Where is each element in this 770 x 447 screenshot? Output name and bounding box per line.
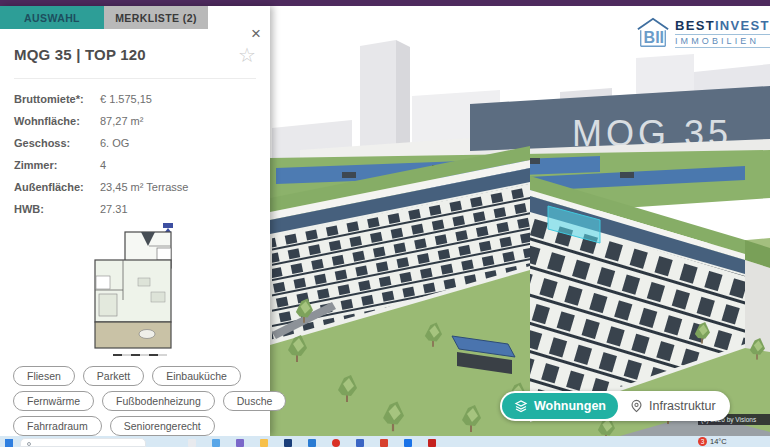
tag-fussbodenheizung[interactable]: Fußbodenheizung — [102, 391, 215, 411]
taskbar-search-input[interactable] — [20, 438, 146, 447]
tab-auswahl[interactable]: AUSWAHL — [0, 6, 104, 29]
detail-row: Bruttomiete*:€ 1.575,15 — [14, 93, 260, 106]
favorite-star-icon[interactable]: ☆ — [238, 46, 256, 64]
tag-seniorengerecht[interactable]: Seniorengerecht — [110, 416, 215, 436]
unit-detail-panel: AUSWAHL MERKLISTE (2) × MQG 35 | TOP 120… — [0, 6, 270, 436]
taskbar-app-icon[interactable] — [332, 439, 340, 447]
layers-icon — [514, 399, 528, 413]
tag-fernwaerme[interactable]: Fernwärme — [13, 391, 94, 411]
detail-row: Zimmer:4 — [14, 159, 260, 172]
tag-einbaukueche[interactable]: Einbauküche — [152, 366, 241, 386]
unit-title: MQG 35 | TOP 120 — [14, 46, 146, 63]
infrastruktur-toggle[interactable]: Infrastruktur — [618, 393, 728, 419]
floorplan-image[interactable] — [83, 220, 197, 360]
logo-line2: IMMOBILIEN — [675, 34, 770, 48]
wohnungen-toggle[interactable]: Wohnungen — [502, 393, 618, 419]
taskbar-app-icon[interactable] — [428, 439, 436, 447]
taskbar-weather[interactable]: 3 14°C — [698, 437, 727, 446]
taskbar-app-icon[interactable] — [236, 439, 244, 447]
logo-line1: BESTINVEST — [675, 19, 770, 33]
feature-tags: Fliesen Parkett Einbauküche Fernwärme Fu… — [13, 366, 286, 436]
search-icon — [27, 442, 31, 446]
detail-row: HWB:27.31 — [14, 203, 260, 216]
app-window: MQG 35 — [0, 0, 770, 447]
wohnungen-label: Wohnungen — [534, 399, 606, 413]
detail-row: Geschoss:6. OG — [14, 137, 260, 150]
taskbar-app-icon[interactable] — [308, 439, 316, 447]
map-pin-icon — [630, 399, 643, 413]
tab-merkliste[interactable]: MERKLISTE (2) — [104, 6, 208, 29]
temperature-label: 14°C — [710, 437, 727, 446]
taskbar-app-icon[interactable] — [284, 439, 292, 447]
house-logo-icon: BII — [636, 16, 670, 50]
detail-row: Wohnfläche:87,27 m² — [14, 115, 260, 128]
taskbar-app-icon[interactable] — [380, 439, 388, 447]
notification-badge: 3 — [698, 437, 707, 446]
unit-details: Bruttomiete*:€ 1.575,15 Wohnfläche:87,27… — [14, 93, 260, 225]
taskbar-app-icon[interactable] — [356, 439, 364, 447]
tag-fliesen[interactable]: Fliesen — [13, 366, 75, 386]
tag-dusche[interactable]: Dusche — [223, 391, 287, 411]
taskbar-app-icon[interactable] — [404, 439, 412, 447]
panel-tabs: AUSWAHL MERKLISTE (2) — [0, 6, 270, 29]
windows-taskbar: 3 14°C — [0, 436, 770, 447]
view-toggle: Wohnungen Infrastruktur — [500, 391, 730, 421]
tag-fahrradraum[interactable]: Fahrradraum — [13, 416, 102, 436]
bestinvest-logo: BII BESTINVEST IMMOBILIEN — [636, 16, 770, 50]
start-button-icon[interactable] — [5, 439, 13, 447]
taskbar-app-icon[interactable] — [260, 439, 268, 447]
taskbar-app-icon[interactable] — [188, 439, 196, 447]
tag-parkett[interactable]: Parkett — [83, 366, 144, 386]
svg-text:BII: BII — [644, 28, 665, 46]
detail-row: Außenfläche:23,45 m² Terrasse — [14, 181, 260, 194]
taskbar-app-icon[interactable] — [212, 439, 220, 447]
infrastruktur-label: Infrastruktur — [649, 399, 716, 413]
close-icon[interactable]: × — [251, 26, 261, 42]
